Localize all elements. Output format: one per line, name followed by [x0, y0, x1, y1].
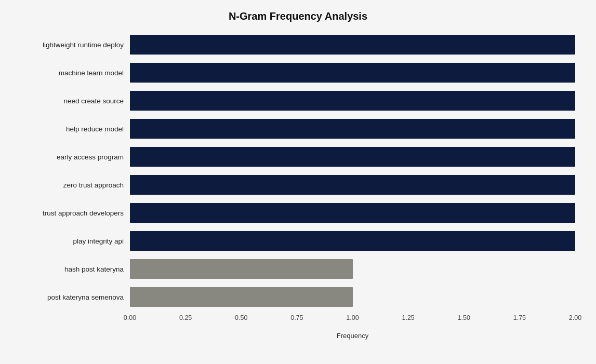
- bar-label: hash post kateryna: [21, 265, 130, 273]
- x-tick-label: 0.00: [124, 314, 136, 321]
- chart-title: N-Gram Frequency Analysis: [21, 10, 575, 22]
- bar-label: machine learn model: [21, 69, 130, 77]
- bar-track: [130, 203, 575, 223]
- chart-container: N-Gram Frequency Analysis lightweight ru…: [0, 0, 596, 364]
- bar-label: help reduce model: [21, 125, 130, 133]
- bar-label: need create source: [21, 97, 130, 105]
- x-tick-label: 0.75: [290, 314, 303, 321]
- bar-fill: [130, 91, 575, 111]
- bar-row: trust approach developers: [21, 199, 575, 227]
- bar-row: lightweight runtime deploy: [21, 31, 575, 59]
- chart-area: lightweight runtime deploymachine learn …: [21, 31, 575, 311]
- bar-row: post kateryna semenova: [21, 283, 575, 311]
- bar-fill: [130, 259, 353, 279]
- bar-fill: [130, 203, 575, 223]
- x-tick-label: 1.75: [513, 314, 526, 321]
- bar-track: [130, 91, 575, 111]
- x-tick-label: 1.50: [458, 314, 470, 321]
- bar-track: [130, 35, 575, 55]
- bar-fill: [130, 35, 575, 55]
- bar-fill: [130, 63, 575, 83]
- bar-fill: [130, 119, 575, 139]
- bar-track: [130, 287, 575, 307]
- bar-row: early access program: [21, 143, 575, 171]
- x-tick-label: 0.50: [235, 314, 247, 321]
- bar-track: [130, 175, 575, 195]
- bar-fill: [130, 231, 575, 251]
- bar-fill: [130, 175, 575, 195]
- bar-track: [130, 259, 575, 279]
- x-tick-label: 1.25: [402, 314, 414, 321]
- bar-fill: [130, 287, 353, 307]
- bar-label: post kateryna semenova: [21, 293, 130, 301]
- bar-track: [130, 147, 575, 167]
- bar-row: play integrity api: [21, 227, 575, 255]
- bar-row: need create source: [21, 87, 575, 115]
- x-tick-label: 2.00: [569, 314, 581, 321]
- x-axis-title: Frequency: [21, 332, 575, 340]
- bar-label: lightweight runtime deploy: [21, 41, 130, 49]
- x-axis-labels: 0.000.250.500.751.001.251.501.752.00: [130, 314, 575, 330]
- bar-row: machine learn model: [21, 59, 575, 87]
- bar-label: trust approach developers: [21, 209, 130, 217]
- bar-track: [130, 231, 575, 251]
- bar-fill: [130, 147, 575, 167]
- bar-label: early access program: [21, 153, 130, 161]
- bar-label: play integrity api: [21, 237, 130, 245]
- bar-track: [130, 119, 575, 139]
- bar-row: help reduce model: [21, 115, 575, 143]
- bar-row: zero trust approach: [21, 171, 575, 199]
- bar-row: hash post kateryna: [21, 255, 575, 283]
- x-tick-label: 0.25: [179, 314, 192, 321]
- bar-track: [130, 63, 575, 83]
- x-tick-label: 1.00: [346, 314, 359, 321]
- bar-label: zero trust approach: [21, 181, 130, 189]
- x-axis-container: 0.000.250.500.751.001.251.501.752.00: [21, 314, 575, 330]
